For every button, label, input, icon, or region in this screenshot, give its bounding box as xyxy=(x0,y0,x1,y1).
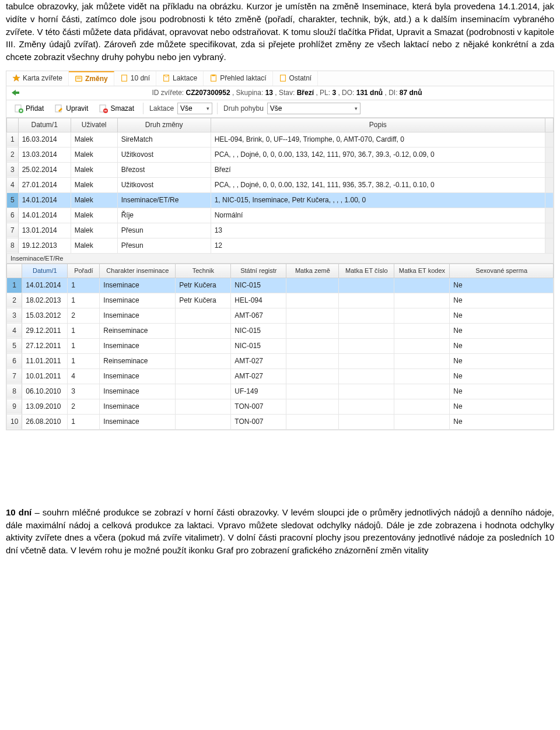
cell-charakter: Inseminace xyxy=(100,414,176,429)
cell-sx: Ne xyxy=(450,278,554,293)
col-datum[interactable]: Datum/1 xyxy=(22,264,68,278)
info-stav: Březí xyxy=(297,89,314,97)
cell-poradi: 1 xyxy=(68,353,100,368)
scrollbar-track[interactable] xyxy=(545,162,554,177)
insemination-table: Datum/1 Pořadí Charakter inseminace Tech… xyxy=(6,264,554,430)
rownum-header[interactable] xyxy=(7,264,22,278)
cell-mk xyxy=(394,293,450,308)
scrollbar-track[interactable] xyxy=(545,223,554,238)
cell-charakter: Inseminace xyxy=(100,308,176,323)
table-row[interactable]: 614.01.2014MalekŘíjeNormální xyxy=(7,208,554,223)
cell-mz xyxy=(286,308,339,323)
cell-mz xyxy=(286,338,339,353)
cell-sx: Ne xyxy=(450,323,554,338)
tab-label: Laktace xyxy=(173,74,197,82)
cell-druh: Přesun xyxy=(117,223,211,238)
tab-label: Změny xyxy=(85,75,108,83)
scrollbar-track[interactable] xyxy=(545,208,554,223)
cell-technik: Petr Kučera xyxy=(176,278,231,293)
tab-label: Karta zvířete xyxy=(23,74,62,82)
cell-datum: 13.01.2014 xyxy=(18,223,71,238)
col-matka-kodex[interactable]: Matka ET kodex xyxy=(394,264,450,278)
rownum: 5 xyxy=(7,338,22,353)
tab-zmeny[interactable]: Změny xyxy=(69,71,114,86)
cell-technik xyxy=(176,384,231,399)
scrollbar[interactable] xyxy=(545,118,554,132)
table-row[interactable]: 116.03.2014MalekSireMatchHEL-094, Brink,… xyxy=(7,132,554,147)
info-skupina-label: , Skupina: xyxy=(232,89,265,97)
back-arrow-icon[interactable] xyxy=(10,89,20,97)
cell-poradi: 1 xyxy=(68,278,100,293)
svg-rect-7 xyxy=(212,75,215,76)
table-row[interactable]: 315.03.20122InseminaceAMT-067Ne xyxy=(7,308,554,323)
info-bar: ID zvířete: CZ207300952 , Skupina: 13 , … xyxy=(6,86,554,100)
cell-uzivatel: Malek xyxy=(71,162,117,177)
scrollbar-track[interactable] xyxy=(545,132,554,147)
table-row[interactable]: 913.09.20102InseminaceTON-007Ne xyxy=(7,399,554,414)
tab-ostatni[interactable]: Ostatní xyxy=(273,71,318,86)
scrollbar-track[interactable] xyxy=(545,192,554,208)
tab-karta-zvirete[interactable]: Karta zvířete xyxy=(6,71,69,86)
table-row[interactable]: 218.02.20131InseminacePetr KučeraHEL-094… xyxy=(7,293,554,308)
col-druh[interactable]: Druh změny xyxy=(117,118,211,132)
col-matka-cislo[interactable]: Matka ET číslo xyxy=(339,264,394,278)
table-row[interactable]: 527.12.20111InseminaceNIC-015Ne xyxy=(7,338,554,353)
para-10dni: 10 dní – souhrn mléčné produkce se zobra… xyxy=(6,506,554,557)
tab-prehled-laktaci[interactable]: Přehled laktací xyxy=(204,71,272,86)
rownum: 1 xyxy=(7,278,22,293)
cell-popis: PCA, , , Dojné, 0, 0, 0.00, 133, 142, 11… xyxy=(211,147,545,162)
table-row[interactable]: 713.01.2014MalekPřesun13 xyxy=(7,223,554,238)
cell-technik xyxy=(176,323,231,338)
rownum: 6 xyxy=(7,208,19,223)
cell-datum: 27.01.2014 xyxy=(18,177,71,192)
cell-sx: Ne xyxy=(450,353,554,368)
cell-sx: Ne xyxy=(450,414,554,429)
table-row[interactable]: 819.12.2013MalekPřesun12 xyxy=(7,238,554,253)
col-charakter[interactable]: Charakter inseminace xyxy=(100,264,176,278)
table-row[interactable]: 514.01.2014MalekInseminace/ET/Re1, NIC-0… xyxy=(7,192,554,208)
info-pl-label: , PL: xyxy=(316,89,332,97)
table-row[interactable]: 429.12.20111ReinseminaceNIC-015Ne xyxy=(7,323,554,338)
table-row[interactable]: 710.01.20114InseminaceAMT-027Ne xyxy=(7,368,554,384)
col-uzivatel[interactable]: Uživatel xyxy=(71,118,117,132)
delete-button[interactable]: Smazat xyxy=(94,102,138,115)
tab-laktace[interactable]: Laktace xyxy=(156,71,204,86)
cell-popis: 12 xyxy=(211,238,545,253)
svg-rect-4 xyxy=(121,75,127,82)
para-lead: 10 dní xyxy=(6,507,32,517)
table-row[interactable]: 213.03.2014MalekUžitkovostPCA, , , Dojné… xyxy=(7,147,554,162)
table-row[interactable]: 1026.08.20101InseminaceTON-007Ne xyxy=(7,414,554,429)
chevron-down-icon: ▾ xyxy=(206,106,209,111)
laktace-combo[interactable]: Vše ▾ xyxy=(177,103,212,114)
scrollbar-track[interactable] xyxy=(545,177,554,192)
rownum-header[interactable] xyxy=(7,118,19,132)
col-matka-zeme[interactable]: Matka země xyxy=(286,264,339,278)
col-datum[interactable]: Datum/1 xyxy=(18,118,71,132)
cell-technik xyxy=(176,353,231,368)
svg-rect-8 xyxy=(280,75,285,82)
table-row[interactable]: 806.10.20103InseminaceUF-149Ne xyxy=(7,384,554,399)
tab-10dni[interactable]: 10 dní xyxy=(114,71,156,86)
druh-combo[interactable]: Vše ▾ xyxy=(267,103,360,114)
rownum: 7 xyxy=(7,223,19,238)
edit-button[interactable]: Upravit xyxy=(50,102,92,115)
cell-datum: 10.01.2011 xyxy=(22,368,68,384)
col-sex-sperma[interactable]: Sexované sperma xyxy=(450,264,554,278)
cell-uzivatel: Malek xyxy=(71,147,117,162)
clipboard-icon xyxy=(209,74,218,82)
cell-mz xyxy=(286,353,339,368)
table-row[interactable]: 114.01.20141InseminacePetr KučeraNIC-015… xyxy=(7,278,554,293)
col-poradi[interactable]: Pořadí xyxy=(68,264,100,278)
table-row[interactable]: 325.02.2014MalekBřezostBřezí xyxy=(7,162,554,177)
col-popis[interactable]: Popis xyxy=(211,118,545,132)
cell-charakter: Inseminace xyxy=(100,384,176,399)
scrollbar-track[interactable] xyxy=(545,238,554,253)
cell-mk xyxy=(394,278,450,293)
table-row[interactable]: 611.01.20111ReinseminaceAMT-027Ne xyxy=(7,353,554,368)
scrollbar-track[interactable] xyxy=(545,147,554,162)
table-row[interactable]: 427.01.2014MalekUžitkovostPCA, , , Dojné… xyxy=(7,177,554,192)
col-registr[interactable]: Státní registr xyxy=(231,264,286,278)
add-button[interactable]: Přidat xyxy=(10,102,48,115)
rownum: 9 xyxy=(7,399,22,414)
col-technik[interactable]: Technik xyxy=(176,264,231,278)
